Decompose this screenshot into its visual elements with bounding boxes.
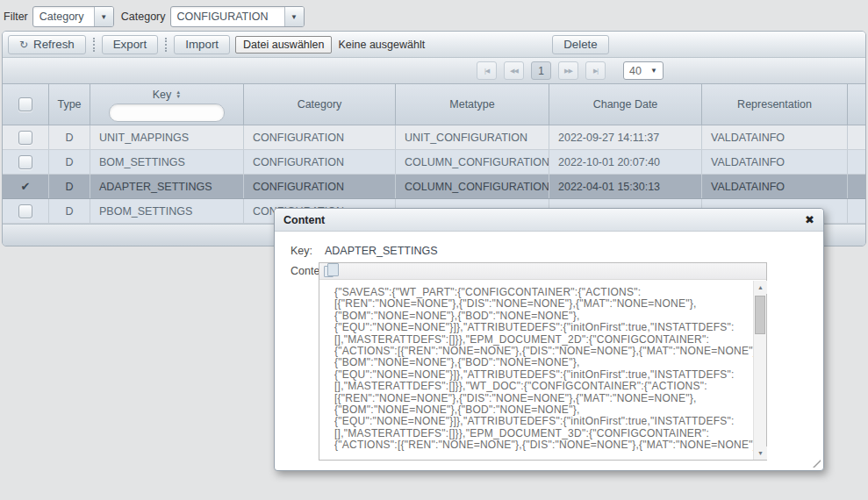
table-row[interactable]: ✔DADAPTER_SETTINGSCONFIGURATIONCOLUMN_CO… <box>3 175 865 199</box>
table-row[interactable]: DUNIT_MAPPINGSCONFIGURATIONUNIT_CONFIGUR… <box>3 125 865 150</box>
delete-button-label: Delete <box>563 38 598 51</box>
category-dropdown-value: CONFIGURATION <box>171 7 274 26</box>
paginator-last-button[interactable]: ▶| <box>585 61 606 80</box>
close-icon[interactable]: ✖ <box>805 214 814 225</box>
paginator-first-button[interactable]: |◀ <box>477 61 497 80</box>
refresh-button[interactable]: ↻ Refresh <box>8 35 86 54</box>
sort-icon[interactable]: ▲ ▼ <box>176 90 181 99</box>
row-select-cell <box>3 199 49 223</box>
dropdown-arrow-button[interactable]: ▼ <box>94 7 113 26</box>
cell-key: ADAPTER_SETTINGS <box>90 175 244 198</box>
cell-metatype: COLUMN_CONFIGURATION <box>396 175 549 198</box>
dialog-title: Content <box>283 214 325 226</box>
cell-key: BOM_SETTINGS <box>90 150 244 174</box>
seek-first-icon: |◀ <box>484 68 489 75</box>
cell-change-date: 2022-04-01 15:30:13 <box>549 175 702 198</box>
content-dialog: Content ✖ Key: ADAPTER_SETTINGS Content:… <box>274 208 824 471</box>
file-choose-button-label: Datei auswählen <box>243 39 324 51</box>
column-header-label: Metatype <box>449 98 494 111</box>
column-header-key[interactable]: Key ▲ ▼ <box>90 84 244 125</box>
refresh-button-label: Refresh <box>33 38 75 51</box>
cell-filler <box>848 150 865 174</box>
row-checkbox[interactable] <box>18 204 32 218</box>
column-header-category: Category <box>244 84 396 125</box>
row-select-cell <box>3 150 49 174</box>
toolbar: ↻ Refresh Export Import Datei auswählen … <box>3 32 865 57</box>
column-header-label: Change Date <box>593 98 658 111</box>
cell-category: CONFIGURATION <box>244 175 396 198</box>
seek-last-icon: ▶| <box>593 68 598 75</box>
table-header: Type Key ▲ ▼ Category Metatype Change Da… <box>3 83 865 125</box>
column-header-representation: Representation <box>702 84 848 125</box>
dropdown-arrow-button[interactable]: ▼ <box>284 7 304 26</box>
row-select-cell: ✔ <box>3 175 49 198</box>
chevron-down-icon: ▼ <box>650 67 657 75</box>
cell-representation: VALDATAINFO <box>702 150 848 174</box>
column-header-filler <box>848 84 865 125</box>
cell-representation: VALDATAINFO <box>702 175 848 198</box>
cell-key: PBOM_SETTINGS <box>90 199 244 223</box>
row-select-cell <box>3 125 49 149</box>
paginator-next-button[interactable]: ▶▶ <box>558 61 578 80</box>
column-header-label: Type <box>57 98 81 111</box>
cell-filler <box>848 175 865 198</box>
row-checkbox[interactable] <box>18 131 32 145</box>
scrollbar-thumb[interactable] <box>755 296 765 334</box>
cell-representation: VALDATAINFO <box>702 125 848 149</box>
category-dropdown[interactable]: CONFIGURATION ▼ <box>170 6 305 27</box>
cell-filler <box>848 199 865 223</box>
cell-type: D <box>49 125 90 149</box>
file-choose-button[interactable]: Datei auswählen <box>235 36 332 54</box>
column-header-label: Category <box>298 98 342 111</box>
copy-icon[interactable] <box>324 266 334 277</box>
table-row[interactable]: DBOM_SETTINGSCONFIGURATIONCOLUMN_CONFIGU… <box>3 150 865 175</box>
row-checkbox[interactable] <box>18 155 32 169</box>
cell-type: D <box>49 175 90 198</box>
dialog-key-value: ADAPTER_SETTINGS <box>325 245 438 257</box>
cell-category: CONFIGURATION <box>244 150 396 174</box>
cell-metatype: COLUMN_CONFIGURATION <box>396 150 549 174</box>
filter-type-dropdown-value: Category <box>33 7 90 26</box>
content-scrollbar[interactable]: ▲ ▼ <box>753 281 766 460</box>
cell-type: D <box>49 150 90 174</box>
dialog-content-text[interactable]: {"SAVEAS":{"WT_PART":{"CONFIGCONTAINER":… <box>319 281 753 460</box>
import-button-label: Import <box>185 38 219 51</box>
scroll-up-icon[interactable]: ▲ <box>754 281 767 294</box>
key-filter-input[interactable] <box>109 104 225 122</box>
cell-category: CONFIGURATION <box>244 125 396 149</box>
delete-button[interactable]: Delete <box>552 35 609 54</box>
column-header-metatype: Metatype <box>396 84 549 125</box>
cell-filler <box>848 125 865 149</box>
chevron-down-icon: ▼ <box>291 13 298 21</box>
cell-metatype: UNIT_CONFIGURATION <box>396 125 549 149</box>
column-header-label: Key <box>153 89 172 101</box>
rows-per-page-select[interactable]: 40 ▼ <box>623 61 664 80</box>
row-checked-icon[interactable]: ✔ <box>21 180 31 193</box>
paginator: |◀ ◀◀ 1 ▶▶ ▶| 40 ▼ <box>3 57 865 83</box>
select-all-header-cell <box>3 84 49 125</box>
select-all-checkbox[interactable] <box>18 97 32 111</box>
refresh-icon: ↻ <box>19 39 28 51</box>
seek-next-icon: ▶▶ <box>564 68 572 75</box>
dialog-resize-grip[interactable] <box>813 460 821 468</box>
cell-change-date: 2022-10-01 20:07:40 <box>549 150 702 174</box>
filter-type-dropdown[interactable]: Category ▼ <box>32 6 114 27</box>
content-editor-toolbar <box>319 263 766 280</box>
cell-change-date: 2022-09-27 14:11:37 <box>549 125 702 149</box>
column-header-label: Representation <box>737 98 812 111</box>
current-page-number: 1 <box>538 65 544 77</box>
column-header-change-date: Change Date <box>549 84 702 125</box>
filter-bar: Filter Category ▼ Category CONFIGURATION… <box>4 5 312 28</box>
dialog-title-bar[interactable]: Content ✖ <box>275 209 823 232</box>
export-button-label: Export <box>113 38 147 51</box>
paginator-page-button[interactable]: 1 <box>531 61 551 80</box>
paginator-prev-button[interactable]: ◀◀ <box>504 61 524 80</box>
sort-down-icon: ▼ <box>176 95 181 99</box>
chevron-down-icon: ▼ <box>100 13 107 21</box>
scroll-down-icon[interactable]: ▼ <box>754 446 767 460</box>
export-button[interactable]: Export <box>102 35 159 54</box>
import-button[interactable]: Import <box>174 35 230 54</box>
cell-key: UNIT_MAPPINGS <box>90 125 244 149</box>
toolbar-separator <box>93 38 95 52</box>
filter-label: Filter <box>4 11 28 23</box>
